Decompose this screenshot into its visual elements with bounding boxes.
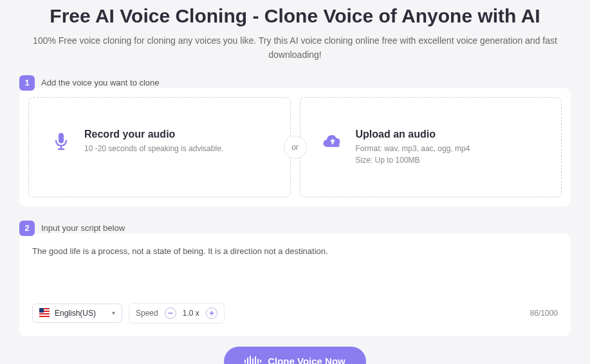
upload-title: Upload an audio bbox=[356, 129, 542, 140]
controls-row: English(US) ▾ Speed 1.0 x 86/1000 bbox=[32, 303, 558, 323]
step1-card: Record your audio 10 -20 seconds of spea… bbox=[19, 88, 571, 206]
char-count-max: /1000 bbox=[539, 309, 558, 318]
page-title: Free AI Voice Cloning - Clone Voice of A… bbox=[19, 5, 571, 27]
record-audio-option[interactable]: Record your audio 10 -20 seconds of spea… bbox=[28, 97, 291, 197]
step2-badge: 2 bbox=[19, 221, 35, 236]
step1-header: 1 Add the voice you want to clone bbox=[19, 75, 571, 91]
step2-header: 2 Input your script below bbox=[19, 221, 571, 236]
speed-control: Speed 1.0 x bbox=[129, 303, 225, 323]
speed-value: 1.0 x bbox=[183, 309, 199, 318]
record-desc: 10 -20 seconds of speaking is advisable. bbox=[84, 143, 271, 154]
step1-badge: 1 bbox=[19, 75, 35, 91]
language-select[interactable]: English(US) ▾ bbox=[32, 304, 122, 323]
svg-rect-6 bbox=[39, 313, 50, 314]
upload-size: Size: Up to 100MB bbox=[356, 154, 542, 166]
chevron-down-icon: ▾ bbox=[112, 309, 115, 316]
audio-options-row: Record your audio 10 -20 seconds of spea… bbox=[28, 97, 562, 197]
svg-rect-8 bbox=[39, 308, 44, 313]
speed-decrease-button[interactable] bbox=[165, 307, 176, 319]
svg-rect-0 bbox=[59, 132, 64, 143]
language-value: English(US) bbox=[55, 309, 96, 318]
upload-format: Format: wav, mp3, aac, ogg, mp4 bbox=[356, 143, 542, 154]
page-subtitle: 100% Free voice cloning for cloning any … bbox=[19, 33, 571, 62]
cta-row: Clone Voice Now bbox=[19, 347, 571, 364]
upload-audio-option[interactable]: Upload an audio Format: wav, mp3, aac, o… bbox=[300, 97, 562, 197]
cta-label: Clone Voice Now bbox=[268, 356, 346, 364]
script-textarea[interactable]: The good life is a process, not a state … bbox=[32, 246, 558, 298]
speed-label: Speed bbox=[136, 309, 158, 318]
clone-voice-button[interactable]: Clone Voice Now bbox=[224, 347, 366, 364]
flag-us-icon bbox=[39, 308, 50, 318]
step1-label: Add the voice you want to clone bbox=[41, 78, 160, 87]
record-title: Record your audio bbox=[84, 129, 271, 140]
svg-rect-7 bbox=[39, 316, 50, 317]
char-counter: 86/1000 bbox=[530, 309, 558, 318]
char-count-current: 86 bbox=[530, 309, 539, 318]
step2-label: Input your script below bbox=[41, 223, 125, 233]
step2-card: The good life is a process, not a state … bbox=[19, 233, 571, 336]
cloud-upload-icon bbox=[320, 129, 346, 154]
or-divider: or bbox=[284, 136, 307, 159]
speed-increase-button[interactable] bbox=[206, 307, 217, 319]
microphone-icon bbox=[48, 129, 74, 154]
waveform-icon bbox=[244, 356, 261, 364]
